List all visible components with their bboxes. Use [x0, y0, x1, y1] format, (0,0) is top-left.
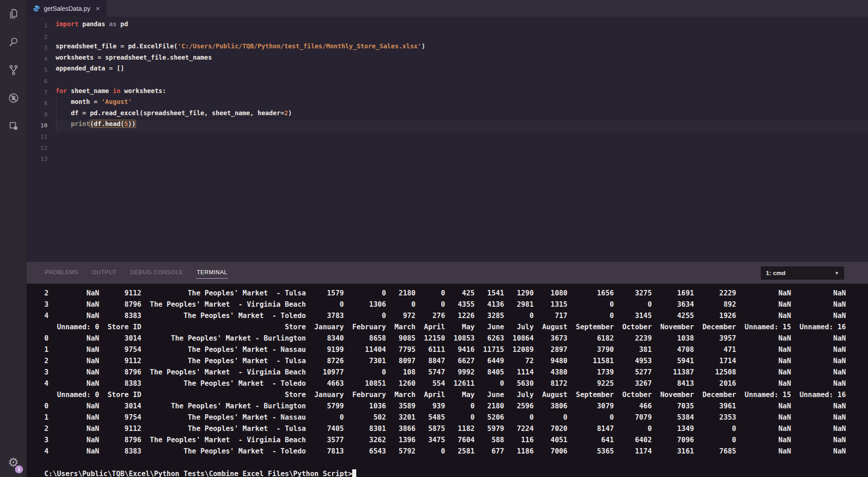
- terminal-prompt: C:\Users\Public\TQB\Excel\Python Tests\C…: [44, 470, 352, 477]
- code-line: print(df.head(5)): [56, 120, 868, 131]
- line-number: 2: [27, 32, 47, 43]
- code-line: df = pd.read_excel(spreadsheet_file, she…: [56, 109, 868, 121]
- line-number: 11: [27, 131, 47, 143]
- code-line: [56, 32, 868, 43]
- code-line: [56, 143, 868, 154]
- source-control-icon[interactable]: [0, 56, 27, 84]
- files-icon[interactable]: [0, 0, 27, 28]
- panel-header: PROBLEMSOUTPUTDEBUG CONSOLETERMINAL 1: c…: [27, 262, 868, 284]
- search-icon[interactable]: [0, 28, 27, 56]
- settings-button[interactable]: ⚙ 1: [0, 452, 27, 473]
- editor-tab-bar: getSalesData.py ×: [27, 0, 868, 17]
- terminal-output[interactable]: 2 NaN 9112 The Peoples' Market - Tulsa 1…: [27, 284, 868, 477]
- code-line: appended_data = []: [56, 65, 868, 76]
- activity-bar: ⚙ 1: [0, 0, 27, 477]
- line-number: 5: [27, 65, 47, 76]
- line-number: 10: [27, 120, 47, 131]
- code-line: spreadsheet_file = pd.ExcelFile('C:/User…: [56, 42, 868, 54]
- terminal-select-value: 1: cmd: [766, 270, 786, 276]
- tab-label: getSalesData.py: [44, 5, 90, 12]
- code-line: [56, 76, 868, 87]
- line-number: 13: [27, 154, 47, 165]
- line-number: 7: [27, 87, 47, 98]
- notification-badge: 1: [15, 465, 23, 473]
- line-number: 3: [27, 42, 47, 54]
- terminal-cursor: [352, 469, 356, 477]
- panel-tab-output[interactable]: OUTPUT: [91, 267, 117, 279]
- tab-getsalesdata[interactable]: getSalesData.py ×: [27, 0, 106, 17]
- line-number: 8: [27, 98, 47, 109]
- editor-code[interactable]: import pandas as pdspreadsheet_file = pd…: [56, 17, 868, 262]
- terminal-select[interactable]: 1: cmd ▼: [761, 267, 844, 280]
- main-area: getSalesData.py × 12345678910111213 impo…: [27, 0, 868, 477]
- vscode-window: ⚙ 1 getSalesData.py × 12345678910111213 …: [0, 0, 868, 477]
- code-editor[interactable]: 12345678910111213 import pandas as pdspr…: [27, 17, 868, 262]
- line-number: 9: [27, 109, 47, 121]
- line-number: 12: [27, 143, 47, 154]
- line-number: 4: [27, 54, 47, 65]
- line-number: 1: [27, 20, 47, 32]
- code-line: import pandas as pd: [56, 20, 868, 32]
- code-line: [56, 131, 868, 143]
- code-line: [56, 154, 868, 165]
- panel-tab-problems[interactable]: PROBLEMS: [44, 267, 79, 279]
- line-number: 6: [27, 76, 47, 87]
- close-icon[interactable]: ×: [96, 5, 100, 12]
- bottom-panel: PROBLEMSOUTPUTDEBUG CONSOLETERMINAL 1: c…: [27, 262, 868, 477]
- panel-tab-terminal[interactable]: TERMINAL: [196, 267, 228, 279]
- code-line: month = 'August': [56, 98, 868, 109]
- panel-tabs: PROBLEMSOUTPUTDEBUG CONSOLETERMINAL: [44, 267, 228, 279]
- chevron-down-icon: ▼: [835, 271, 839, 276]
- code-line: worksheets = spreadsheet_file.sheet_name…: [56, 54, 868, 65]
- extensions-icon[interactable]: [0, 112, 27, 140]
- code-line: for sheet_name in worksheets:: [56, 87, 868, 98]
- editor-gutter: 12345678910111213: [27, 17, 56, 262]
- debug-icon[interactable]: [0, 84, 27, 112]
- python-icon: [33, 5, 40, 12]
- panel-tab-debug-console[interactable]: DEBUG CONSOLE: [130, 267, 184, 279]
